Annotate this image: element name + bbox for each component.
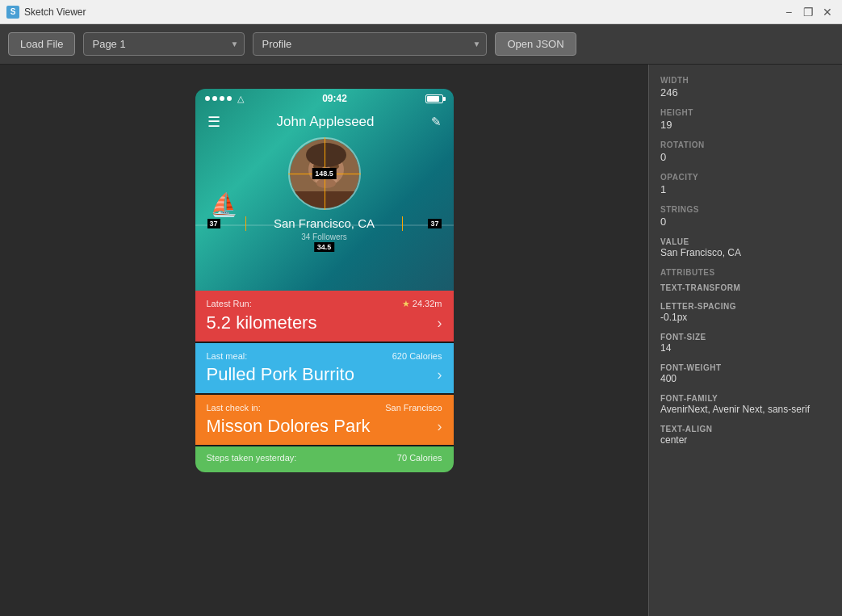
location-sub: 34 Followers 34.5	[195, 233, 454, 241]
card-label-row: Latest Run: ★ 24.32m	[207, 299, 442, 309]
card-label-left: Last meal:	[207, 351, 248, 361]
title-bar: S Sketch Viewer − ❐ ✕	[0, 0, 842, 24]
avatar-measurement: 148.5	[312, 168, 337, 179]
strings-value: 0	[660, 216, 831, 228]
latest-run-card[interactable]: Latest Run: ★ 24.32m 5.2 kilometers ›	[195, 291, 454, 342]
profile-header: ⛵ △ 09:42	[195, 89, 454, 291]
steps-card[interactable]: Steps taken yesterday: 70 Calories	[195, 446, 454, 472]
value-section: VALUE San Francisco, CA	[660, 237, 831, 258]
hamburger-icon[interactable]: ☰	[207, 113, 220, 131]
edit-icon[interactable]: ✎	[431, 115, 442, 129]
height-value: 19	[660, 119, 831, 131]
font-weight-label: FONT-WEIGHT	[660, 363, 831, 372]
card-label-row: Last check in: San Francisco	[207, 403, 442, 413]
font-weight-value: 400	[660, 373, 831, 384]
opacity-value: 1	[660, 183, 831, 195]
text-align-section: TEXT-ALIGN center	[660, 425, 831, 446]
measurement-right: 37	[428, 219, 441, 228]
svg-rect-6	[290, 191, 361, 210]
status-time: 09:42	[322, 93, 347, 104]
strings-label: STRINGS	[660, 205, 831, 214]
title-bar-text: Sketch Viewer	[24, 6, 781, 18]
last-checkin-card[interactable]: Last check in: San Francisco Misson Dolo…	[195, 395, 454, 445]
font-size-label: FONT-SIZE	[660, 333, 831, 342]
app-icon: S	[6, 6, 19, 19]
location-row: 37 San Francisco, CA 37	[195, 216, 454, 231]
height-section: HEIGHT 19	[660, 108, 831, 131]
signal-dots: △	[205, 94, 244, 104]
last-meal-card[interactable]: Last meal: 620 Calories Pulled Pork Burr…	[195, 343, 454, 393]
avatar-wrapper: 148.5	[288, 137, 361, 210]
status-bar: △ 09:42	[195, 89, 454, 108]
location-city: San Francisco, CA	[274, 216, 375, 230]
card-label-row: Last meal: 620 Calories	[207, 351, 442, 361]
rotation-value: 0	[660, 151, 831, 163]
strings-section: STRINGS 0	[660, 205, 831, 228]
card-label-left: Steps taken yesterday:	[207, 453, 297, 463]
measurement-left: 37	[207, 219, 220, 228]
card-chevron-icon: ›	[438, 418, 442, 435]
letter-spacing-value: -0.1px	[660, 312, 831, 323]
font-size-value: 14	[660, 342, 831, 354]
title-bar-controls: − ❐ ✕	[781, 4, 836, 20]
avatar-section: 148.5	[195, 137, 454, 210]
toolbar: Load File Page 1 ▼ Profile ▼ Open JSON	[0, 24, 842, 65]
card-label-left: Latest Run:	[207, 299, 252, 309]
close-button[interactable]: ✕	[819, 4, 836, 20]
width-section: WIDTH 246	[660, 76, 831, 98]
value-value: San Francisco, CA	[660, 247, 831, 258]
wifi-icon: △	[237, 94, 244, 104]
maximize-button[interactable]: ❐	[800, 4, 816, 20]
card-title: Misson Dolores Park	[207, 416, 371, 437]
signal-dot-3	[220, 96, 224, 101]
text-align-value: center	[660, 434, 831, 446]
font-size-section: FONT-SIZE 14	[660, 333, 831, 354]
card-chevron-icon: ›	[438, 367, 442, 383]
card-title-row: 5.2 kilometers ›	[207, 312, 442, 333]
card-chevron-icon: ›	[438, 315, 442, 332]
right-panel: WIDTH 246 HEIGHT 19 ROTATION 0 OPACITY 1…	[648, 65, 842, 616]
width-label: WIDTH	[660, 76, 831, 85]
rotation-section: ROTATION 0	[660, 140, 831, 163]
location-sub-row: 34 Followers 34.5	[195, 233, 454, 241]
page-select[interactable]: Page 1	[83, 32, 245, 56]
card-title-row: Misson Dolores Park ›	[207, 416, 442, 437]
card-title: Pulled Pork Burrito	[207, 364, 354, 385]
height-label: HEIGHT	[660, 108, 831, 117]
card-label-right: 70 Calories	[397, 453, 442, 463]
main-content: ⛵ △ 09:42	[0, 65, 842, 616]
text-transform-label: TEXT-TRANSFORM	[660, 283, 831, 292]
battery-tip	[443, 97, 446, 101]
measurement-bottom: 34.5	[314, 242, 335, 252]
phone-mockup: ⛵ △ 09:42	[195, 89, 454, 472]
signal-dot-1	[205, 96, 210, 101]
attributes-section: ATTRIBUTES TEXT-TRANSFORM	[660, 268, 831, 292]
card-label-right: ★ 24.32m	[402, 299, 442, 309]
profile-select[interactable]: Profile	[253, 32, 487, 56]
card-label-right: 620 Calories	[392, 351, 442, 361]
card-label-row: Steps taken yesterday: 70 Calories	[207, 453, 442, 463]
font-family-label: FONT-FAMILY	[660, 394, 831, 403]
svg-point-5	[316, 178, 336, 188]
load-file-button[interactable]: Load File	[8, 32, 75, 56]
card-label-right: San Francisco	[385, 403, 442, 413]
text-align-label: TEXT-ALIGN	[660, 425, 831, 434]
location-right-line	[402, 216, 403, 231]
opacity-label: OPACITY	[660, 173, 831, 182]
width-value: 246	[660, 86, 831, 98]
location-left-line	[245, 216, 246, 231]
opacity-section: OPACITY 1	[660, 173, 831, 195]
open-json-button[interactable]: Open JSON	[495, 32, 576, 56]
profile-select-wrapper: Profile ▼	[253, 32, 487, 56]
battery-fill	[427, 96, 438, 102]
font-family-section: FONT-FAMILY AvenirNext, Avenir Next, san…	[660, 394, 831, 415]
attributes-label: ATTRIBUTES	[660, 268, 831, 277]
minimize-button[interactable]: −	[781, 4, 797, 20]
signal-dot-4	[227, 96, 232, 101]
rotation-label: ROTATION	[660, 140, 831, 149]
card-label-left: Last check in:	[207, 403, 261, 413]
letter-spacing-label: LETTER-SPACING	[660, 302, 831, 311]
letter-spacing-section: LETTER-SPACING -0.1px	[660, 302, 831, 323]
font-family-value: AvenirNext, Avenir Next, sans-serif	[660, 404, 831, 415]
value-label: VALUE	[660, 237, 831, 246]
